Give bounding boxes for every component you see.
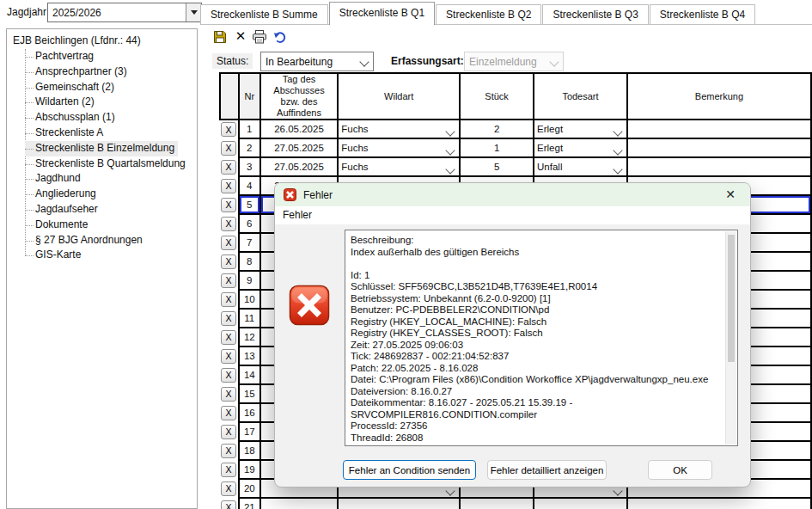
cell-nr-row-10[interactable]: 10 [239,290,260,309]
cell-stueck-row-3[interactable]: 5 [460,157,534,176]
status-combobox[interactable]: In Bearbeitung [260,52,374,71]
row-delete-button[interactable]: X [221,254,236,269]
row-delete-button[interactable]: X [221,444,236,458]
cell-nr-row-9[interactable]: 9 [239,271,260,290]
cell-nr-row-16[interactable]: 16 [239,403,260,422]
sidebar-item-jagdhund[interactable]: Jagdhund [25,171,197,187]
row-delete-button[interactable]: X [221,311,236,326]
cell-nr-row-6[interactable]: 6 [239,214,260,233]
sidebar-item-gemeinschaft-2[interactable]: Gemeinschaft (2) [25,80,197,95]
cell-nr-row-18[interactable]: 18 [239,441,260,460]
row-delete-button[interactable]: X [221,425,236,439]
cell-todesart-row-2[interactable]: Erlegt [534,138,627,157]
cell-wildart-row-3[interactable]: Fuchs [338,157,460,176]
cell-tag-row-3[interactable]: 27.05.2025 [260,157,338,176]
row-delete-button[interactable]: X [221,330,236,345]
cell-todesart-row-3[interactable]: Unfall [534,157,627,176]
cell-nr-row-19[interactable]: 19 [239,460,260,479]
sidebar-item-dokumente[interactable]: Dokumente [25,218,197,233]
close-icon[interactable]: ✕ [723,187,738,201]
row-delete-button[interactable]: X [221,500,236,509]
cell-stueck-row-1[interactable]: 2 [460,120,534,138]
cell-stueck-row-21[interactable] [460,498,534,509]
row-delete-button[interactable]: X [221,160,236,175]
sidebar-item-ansprechpartner-3[interactable]: Ansprechpartner (3) [25,64,197,80]
show-error-details-button[interactable]: Fehler detailliert anzeigen [487,460,607,480]
row-delete-button[interactable]: X [221,122,236,137]
tab-streckenliste-b-summe[interactable]: Streckenliste B Summe [200,4,328,24]
row-delete-button[interactable]: X [221,292,236,307]
sidebar-item-streckenliste-b-quartalsmeldung[interactable]: Streckenliste B Quartalsmeldung [25,156,197,172]
cell-tag-row-1[interactable]: 26.05.2025 [260,120,338,138]
cell-wildart-row-1[interactable]: Fuchs [338,120,460,138]
row-delete-button[interactable]: X [221,217,236,231]
cell-nr-row-12[interactable]: 12 [239,328,260,346]
row-delete-button[interactable]: X [221,463,236,477]
cell-nr-row-21[interactable]: 21 [239,498,260,509]
delete-icon[interactable]: ✕ [232,28,249,44]
error-detail-line: Patch: 22.05.2025 - 8.16.028 [351,363,732,375]
row-delete-button[interactable]: X [221,387,236,402]
sidebar-item-27-bjg-anordnungen[interactable]: § 27 BJG Anordnungen [25,233,197,248]
row-delete-button[interactable]: X [221,236,236,250]
sidebar-item-abschussplan-1[interactable]: Abschussplan (1) [25,110,197,126]
cell-nr-row-4[interactable]: 4 [239,176,260,195]
row-delete-button[interactable]: X [221,273,236,288]
cell-wildart-row-2[interactable]: Fuchs [338,138,460,157]
scrollbar-thumb[interactable] [728,235,735,362]
cell-todesart-row-21[interactable] [534,498,627,509]
row-delete-button[interactable]: X [221,141,236,156]
row-delete-button[interactable]: X [221,368,236,383]
sidebar-item-gis-karte[interactable]: GIS-Karte [25,248,197,263]
sidebar-item-wildarten-2[interactable]: Wildarten (2) [25,95,197,110]
cell-nr-row-20[interactable]: 20 [239,479,260,498]
cell-nr-row-13[interactable]: 13 [239,346,260,365]
cell-bemerkung-row-21[interactable] [627,498,811,509]
ok-button[interactable]: OK [648,460,712,480]
sidebar-item-streckenliste-a[interactable]: Streckenliste A [25,126,197,141]
cell-todesart-row-1[interactable]: Erlegt [534,120,627,138]
row-action-cell: X [220,271,239,290]
jagdjahr-combobox[interactable]: 2025/2026 [47,3,202,22]
row-delete-button[interactable]: X [221,179,236,193]
cell-stueck-row-2[interactable]: 1 [460,138,534,157]
tab-streckenliste-b-q1[interactable]: Streckenliste B Q1 [329,2,435,25]
cell-nr-row-17[interactable]: 17 [239,422,260,441]
row-delete-button[interactable]: X [221,481,236,496]
cell-nr-row-14[interactable]: 14 [239,365,260,384]
send-error-button[interactable]: Fehler an Condition senden [343,460,476,480]
cell-bemerkung-row-1[interactable] [627,120,811,138]
cell-nr-row-8[interactable]: 8 [239,252,260,271]
sidebar-item-jagdaufseher[interactable]: Jagdaufseher [25,202,197,218]
cell-bemerkung-row-3[interactable] [627,157,811,176]
row-delete-button[interactable]: X [221,349,236,364]
cell-tag-row-21[interactable] [260,498,338,509]
cell-nr-row-3[interactable]: 3 [239,157,260,176]
error-detail-textbox[interactable]: Beschreibung:Index außerhalb des gültige… [345,230,738,446]
sidebar-item-angliederung[interactable]: Angliederung [25,187,197,202]
cell-nr-row-2[interactable]: 2 [239,138,260,157]
cell-nr-row-5[interactable]: 5 [239,195,260,214]
cell-nr-row-11[interactable]: 11 [239,309,260,328]
sidebar-item-pachtvertrag[interactable]: Pachtvertrag [25,49,197,64]
tab-streckenliste-b-q4[interactable]: Streckenliste B Q4 [650,4,755,24]
jagdjahr-dropdown-button[interactable] [186,3,201,21]
dialog-titlebar[interactable]: Fehler ✕ [275,183,750,206]
print-icon[interactable] [251,29,268,45]
cell-nr-row-15[interactable]: 15 [239,384,260,403]
cell-tag-row-2[interactable]: 27.05.2025 [260,138,338,157]
tree-root-item[interactable]: EJB Beichlingen (Lfdnr.: 44) [13,34,197,48]
save-icon[interactable] [211,29,229,45]
status-dropdown-button[interactable] [356,52,373,71]
tab-streckenliste-b-q3[interactable]: Streckenliste B Q3 [542,4,648,24]
cell-bemerkung-row-2[interactable] [627,138,811,157]
cell-nr-row-1[interactable]: 1 [239,120,260,138]
scrollbar[interactable] [725,231,736,445]
tab-streckenliste-b-q2[interactable]: Streckenliste B Q2 [436,4,541,24]
row-delete-button[interactable]: X [221,198,236,212]
cell-wildart-row-21[interactable] [338,498,460,509]
cell-nr-row-7[interactable]: 7 [239,233,260,252]
row-delete-button[interactable]: X [221,406,236,420]
sidebar-item-streckenliste-b-einzelmeldung[interactable]: Streckenliste B Einzelmeldung [25,141,178,156]
undo-icon[interactable] [272,29,289,45]
